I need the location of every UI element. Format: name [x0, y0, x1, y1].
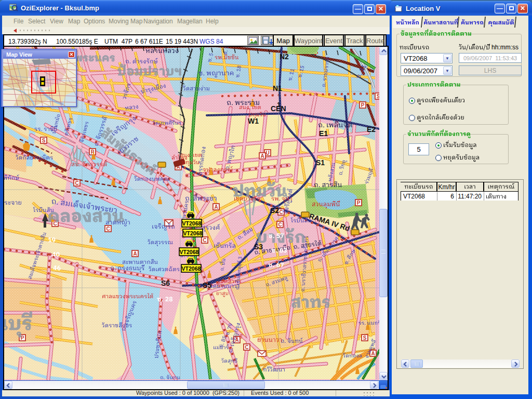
svg-text:VT2068: VT2068: [180, 249, 199, 255]
svg-text:VT2068: VT2068: [182, 265, 201, 272]
svg-text:C: C: [106, 226, 110, 232]
svg-text:S: S: [42, 138, 46, 143]
svg-text:1: 1: [277, 101, 281, 109]
svg-text:N2: N2: [280, 52, 289, 61]
svg-text:S6: S6: [161, 279, 170, 287]
svg-text:S1: S1: [316, 158, 325, 167]
svg-text:VT2068: VT2068: [183, 230, 203, 236]
svg-text:N1: N1: [273, 84, 282, 92]
svg-text:A: A: [133, 251, 137, 257]
svg-text:U: U: [265, 150, 269, 156]
svg-text:P: P: [361, 102, 365, 108]
svg-text:A: A: [260, 153, 264, 159]
svg-text:C: C: [278, 222, 282, 228]
svg-text:C: C: [279, 209, 283, 215]
svg-text:C: C: [245, 344, 248, 350]
svg-text:E2: E2: [367, 125, 376, 134]
svg-text:S2: S2: [270, 206, 279, 215]
svg-text:A: A: [214, 204, 218, 210]
svg-text:C: C: [203, 237, 206, 243]
svg-text:S: S: [363, 335, 367, 341]
svg-text:E1: E1: [319, 129, 328, 138]
svg-text:S5: S5: [203, 281, 211, 289]
svg-text:VT2068: VT2068: [182, 220, 202, 227]
svg-text:hh:mm:ss: hh:mm:ss: [491, 44, 518, 51]
svg-text:W1: W1: [248, 117, 259, 125]
svg-text:C: C: [75, 180, 78, 186]
svg-text:A: A: [371, 351, 375, 356]
svg-text:S3: S3: [254, 243, 263, 251]
svg-text:P: P: [357, 200, 361, 206]
